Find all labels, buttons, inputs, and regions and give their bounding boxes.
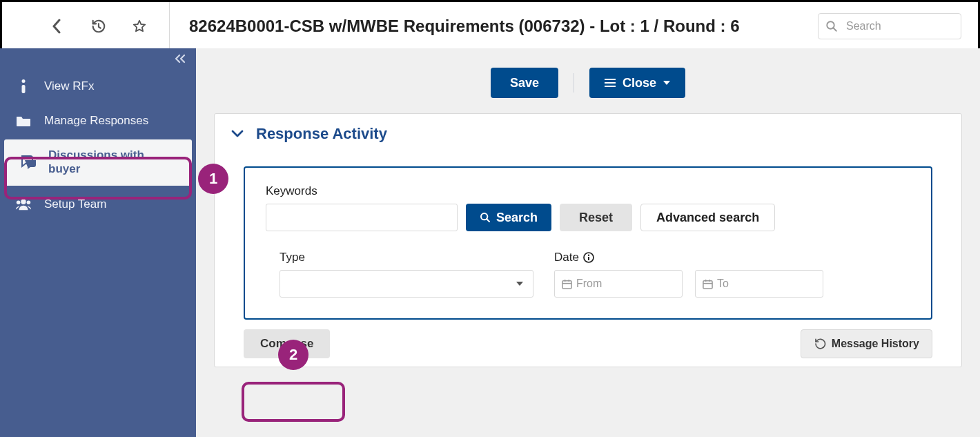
svg-point-5 (17, 200, 21, 204)
svg-rect-14 (588, 257, 589, 260)
keywords-label: Keywords (266, 184, 910, 198)
save-button[interactable]: Save (491, 68, 558, 98)
global-search-input[interactable] (845, 19, 980, 33)
sidebar-item-label: Manage Responses (44, 114, 148, 128)
date-from-input[interactable]: From (554, 270, 683, 298)
bottom-row: Compose Message History (244, 329, 932, 358)
action-bar: Save Close (196, 48, 980, 113)
search-row: Search Reset Advanced search (266, 204, 910, 231)
chat-icon (19, 154, 36, 171)
close-button-label: Close (623, 76, 656, 90)
sidebar-item-setup-team[interactable]: Setup Team (0, 187, 196, 222)
reset-button[interactable]: Reset (560, 204, 632, 231)
content-area: Save Close Response Activity Keywor (196, 48, 980, 437)
sidebar-item-label: Setup Team (44, 197, 106, 211)
chevron-down-icon (231, 130, 244, 138)
date-to-input[interactable]: To (695, 270, 823, 298)
type-column: Type (266, 251, 533, 298)
sidebar-item-view-rfx[interactable]: View RFx (0, 69, 196, 104)
svg-rect-15 (562, 280, 571, 288)
compose-button[interactable]: Compose (244, 329, 330, 358)
sidebar: View RFx Manage Responses Discussions wi… (0, 48, 196, 437)
date-column: Date From (554, 251, 823, 298)
advanced-search-button[interactable]: Advanced search (640, 204, 775, 231)
svg-line-11 (487, 219, 489, 222)
team-icon (15, 196, 32, 213)
svg-point-4 (21, 199, 26, 204)
star-icon[interactable] (132, 19, 147, 34)
search-card: Keywords Search Reset Advanced search Ty… (244, 166, 932, 320)
top-bar: 82624B0001-CSB w/MWBE Requirements (0067… (2, 2, 978, 50)
svg-point-13 (588, 255, 589, 256)
svg-point-2 (22, 79, 26, 83)
sidebar-item-label: View RFx (44, 79, 94, 93)
response-activity-panel: Response Activity Keywords Search Reset … (214, 113, 962, 367)
sidebar-item-manage-responses[interactable]: Manage Responses (0, 104, 196, 138)
type-label: Type (280, 251, 533, 264)
folder-icon (15, 113, 32, 129)
search-button-label: Search (496, 211, 538, 225)
search-icon (825, 19, 838, 34)
panel-title: Response Activity (256, 125, 387, 143)
top-icon-group (2, 19, 169, 34)
collapse-sidebar[interactable] (0, 48, 196, 69)
date-label: Date (554, 251, 579, 264)
panel-header[interactable]: Response Activity (215, 114, 961, 154)
caret-down-icon (516, 282, 523, 286)
message-history-button[interactable]: Message History (801, 329, 932, 358)
keywords-input[interactable] (266, 204, 458, 231)
svg-rect-19 (703, 280, 712, 288)
calendar-icon (703, 279, 713, 289)
date-label-row: Date (554, 251, 823, 264)
back-icon[interactable] (49, 19, 64, 34)
divider (574, 73, 574, 93)
search-icon (480, 212, 491, 223)
info-icon[interactable] (583, 252, 594, 263)
menu-icon (605, 79, 616, 87)
filter-row: Type Date (266, 251, 910, 298)
message-history-label: Message History (832, 338, 919, 350)
date-to-placeholder: To (717, 278, 729, 290)
date-inputs: From To (554, 270, 823, 298)
info-icon (15, 78, 32, 95)
page-title: 82624B0001-CSB w/MWBE Requirements (0067… (170, 17, 818, 36)
svg-line-1 (833, 28, 836, 31)
sidebar-item-label: Discussions with buyer (48, 148, 166, 177)
history-icon[interactable] (90, 19, 106, 34)
calendar-icon (562, 279, 572, 289)
svg-rect-3 (22, 85, 26, 93)
caret-down-icon (663, 81, 670, 85)
close-button[interactable]: Close (589, 68, 685, 98)
history-icon (814, 338, 826, 350)
type-select[interactable] (280, 270, 533, 298)
sidebar-item-discussions[interactable]: Discussions with buyer (4, 139, 192, 186)
search-button[interactable]: Search (466, 204, 551, 231)
global-search[interactable] (818, 13, 961, 39)
date-from-placeholder: From (576, 278, 602, 290)
svg-point-6 (27, 200, 31, 204)
